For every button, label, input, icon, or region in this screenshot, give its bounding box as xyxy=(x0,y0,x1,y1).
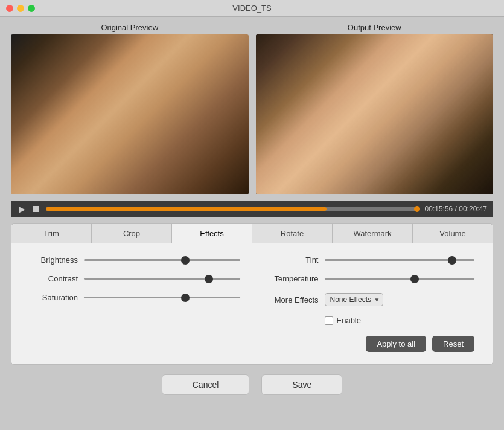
brightness-label: Brightness xyxy=(30,255,78,265)
save-button[interactable]: Save xyxy=(261,374,342,395)
brightness-track[interactable] xyxy=(84,259,240,261)
tab-crop[interactable]: Crop xyxy=(92,224,172,243)
contrast-row: Contrast xyxy=(30,274,240,283)
tint-row: Tint xyxy=(264,255,475,265)
output-preview-label: Output Preview xyxy=(256,23,494,32)
saturation-thumb[interactable] xyxy=(181,294,190,302)
temperature-thumb[interactable] xyxy=(410,275,419,283)
titlebar: VIDEO_TS xyxy=(0,0,504,17)
bottom-buttons: Cancel Save xyxy=(11,365,493,401)
tint-track[interactable] xyxy=(325,259,475,261)
tab-volume[interactable]: Volume xyxy=(413,224,493,243)
stop-icon xyxy=(33,206,39,212)
saturation-row: Saturation xyxy=(30,293,240,302)
cancel-button[interactable]: Cancel xyxy=(162,374,250,395)
effects-grid: Brightness Contrast Saturation xyxy=(30,255,474,331)
none-effects-dropdown-wrapper: None Effects ▼ xyxy=(325,293,383,306)
window-controls xyxy=(6,5,35,12)
contrast-label: Contrast xyxy=(30,274,78,283)
temperature-track[interactable] xyxy=(325,278,475,280)
window-title: VIDEO_TS xyxy=(232,4,271,13)
original-preview-block: Original Preview xyxy=(11,23,249,194)
more-effects-row: More Effects None Effects ▼ xyxy=(264,293,475,306)
temperature-label: Temperature xyxy=(264,274,319,283)
enable-row: Enable xyxy=(325,316,475,325)
contrast-thumb[interactable] xyxy=(205,275,213,283)
enable-label: Enable xyxy=(337,316,361,325)
effects-tab-content: Brightness Contrast Saturation xyxy=(11,243,493,364)
brightness-thumb[interactable] xyxy=(181,256,190,265)
tab-rotate[interactable]: Rotate xyxy=(252,224,333,243)
original-video-frame xyxy=(11,34,249,194)
progress-track[interactable] xyxy=(46,207,420,211)
tab-trim[interactable]: Trim xyxy=(11,224,92,243)
minimize-button[interactable] xyxy=(17,5,24,12)
output-video-placeholder xyxy=(256,34,494,194)
playback-bar: ▶ 00:15:56 / 00:20:47 xyxy=(11,201,493,217)
tab-effects[interactable]: Effects xyxy=(172,224,252,243)
saturation-track[interactable] xyxy=(84,297,240,298)
temperature-row: Temperature xyxy=(264,274,475,283)
tab-watermark[interactable]: Watermark xyxy=(333,224,413,243)
contrast-track[interactable] xyxy=(84,278,240,280)
tabs-header: Trim Crop Effects Rotate Watermark Volum… xyxy=(11,224,493,243)
main-content: Original Preview Output Preview ▶ 00:15:… xyxy=(0,17,504,407)
enable-checkbox[interactable] xyxy=(325,316,333,325)
effects-right-column: Tint Temperature More Effects xyxy=(264,255,475,331)
effects-left-column: Brightness Contrast Saturation xyxy=(30,255,240,331)
preview-row: Original Preview Output Preview xyxy=(11,23,493,194)
saturation-label: Saturation xyxy=(30,293,78,302)
progress-thumb[interactable] xyxy=(414,206,420,212)
brightness-row: Brightness xyxy=(30,255,240,265)
time-display: 00:15:56 / 00:20:47 xyxy=(425,205,487,213)
play-button[interactable]: ▶ xyxy=(17,204,27,214)
progress-fill xyxy=(46,207,327,211)
tint-thumb[interactable] xyxy=(448,256,456,265)
output-video-frame xyxy=(256,34,494,194)
original-video-placeholder xyxy=(11,34,249,194)
more-effects-label: More Effects xyxy=(264,295,319,304)
original-preview-label: Original Preview xyxy=(11,23,249,32)
close-button[interactable] xyxy=(6,5,13,12)
tabs-panel: Trim Crop Effects Rotate Watermark Volum… xyxy=(11,223,493,365)
stop-button[interactable] xyxy=(31,204,41,214)
none-effects-dropdown[interactable]: None Effects xyxy=(325,293,383,306)
apply-to-all-button[interactable]: Apply to all xyxy=(366,336,426,352)
action-buttons: Apply to all Reset xyxy=(30,331,474,352)
tint-label: Tint xyxy=(264,255,319,265)
output-preview-block: Output Preview xyxy=(256,23,494,194)
maximize-button[interactable] xyxy=(28,5,35,12)
reset-button[interactable]: Reset xyxy=(432,336,474,352)
